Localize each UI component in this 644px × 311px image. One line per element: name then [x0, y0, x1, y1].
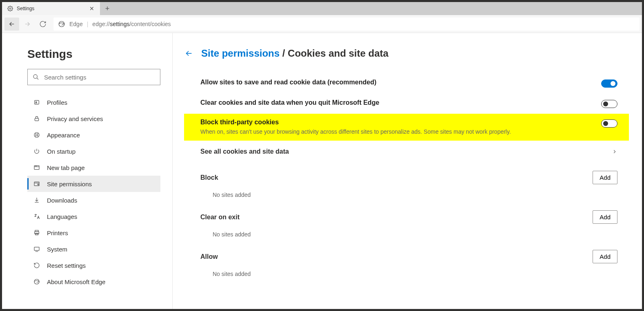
sidebar: Settings ProfilesPrivacy and servicesApp… — [2, 33, 173, 309]
page-header: Site permissions / Cookies and site data — [184, 48, 617, 59]
svg-point-7 — [36, 134, 36, 135]
sidebar-item-new-tab-page[interactable]: New tab page — [27, 159, 160, 176]
empty-text: No sites added — [200, 188, 617, 202]
site-identity: Edge — [69, 21, 83, 27]
search-icon — [33, 74, 39, 80]
sidebar-item-profiles[interactable]: Profiles — [27, 94, 160, 110]
sidebar-item-label: Appearance — [47, 132, 80, 139]
sidebar-item-label: Profiles — [47, 99, 67, 106]
breadcrumb-link[interactable]: Site permissions — [201, 48, 280, 59]
tab-title: Settings — [17, 6, 85, 11]
empty-text: No sites added — [200, 228, 617, 242]
sidebar-item-system[interactable]: System — [27, 241, 160, 257]
section-block: Block Add No sites added — [200, 163, 617, 202]
main-content: Site permissions / Cookies and site data… — [173, 33, 642, 309]
address-bar[interactable]: Edge | edge://settings/content/cookies — [53, 18, 640, 31]
search-input[interactable] — [44, 74, 155, 81]
svg-point-10 — [37, 135, 38, 136]
toggle-block-third-party[interactable] — [601, 119, 617, 128]
svg-point-2 — [33, 75, 37, 78]
sidebar-item-appearance[interactable]: Appearance — [27, 127, 160, 143]
sidebar-item-label: Printers — [47, 229, 68, 236]
section-title: Allow — [200, 253, 218, 260]
refresh-button[interactable] — [36, 18, 50, 31]
svg-point-0 — [9, 8, 11, 9]
sidebar-item-label: Privacy and services — [47, 115, 103, 122]
sidebar-item-printers[interactable]: Printers — [27, 225, 160, 241]
toggle-clear-on-quit[interactable] — [601, 100, 617, 108]
svg-rect-17 — [34, 247, 39, 250]
sidebar-item-downloads[interactable]: Downloads — [27, 192, 160, 208]
toggle-allow-save[interactable] — [601, 79, 617, 88]
setting-title: Allow sites to save and read cookie data… — [200, 79, 593, 86]
appearance-icon — [33, 131, 40, 139]
svg-point-13 — [38, 184, 39, 185]
sidebar-item-privacy-and-services[interactable]: Privacy and services — [27, 110, 160, 127]
new-tab-button[interactable]: + — [100, 2, 115, 15]
setting-title: Block third-party cookies — [200, 119, 593, 126]
add-clear-exit-button[interactable]: Add — [593, 210, 617, 224]
section-title: Clear on exit — [200, 214, 240, 221]
page-title: Settings — [27, 48, 161, 61]
breadcrumb-current: Cookies and site data — [288, 48, 389, 59]
link-see-all-cookies[interactable]: See all cookies and site data — [200, 141, 617, 163]
svg-point-6 — [34, 132, 39, 137]
sidebar-item-site-permissions[interactable]: Site permissions — [27, 176, 160, 192]
back-arrow-icon[interactable] — [184, 49, 194, 58]
system-icon — [33, 245, 40, 253]
nav-forward-button — [20, 18, 35, 31]
sidebar-item-label: Languages — [47, 213, 77, 220]
power-icon — [33, 148, 40, 155]
sidebar-item-reset-settings[interactable]: Reset settings — [27, 257, 160, 274]
add-allow-button[interactable]: Add — [593, 250, 617, 263]
empty-text: No sites added — [200, 267, 617, 281]
setting-clear-on-quit: Clear cookies and site data when you qui… — [200, 93, 617, 114]
edge-icon — [33, 278, 40, 285]
section-title: Block — [200, 174, 218, 181]
language-icon — [33, 213, 40, 220]
gear-icon — [7, 5, 13, 12]
setting-title: Clear cookies and site data when you qui… — [200, 99, 593, 106]
highlighted-setting: Block third-party cookies When on, sites… — [184, 114, 629, 141]
svg-point-4 — [36, 101, 37, 103]
svg-rect-5 — [35, 118, 38, 121]
reset-icon — [33, 262, 40, 269]
sidebar-item-about-microsoft-edge[interactable]: About Microsoft Edge — [27, 274, 160, 290]
setting-block-third-party: Block third-party cookies When on, sites… — [200, 119, 617, 135]
svg-point-8 — [37, 134, 38, 135]
sidebar-item-label: Downloads — [47, 197, 77, 204]
sidebar-item-label: Reset settings — [47, 262, 86, 269]
section-clear-on-exit: Clear on exit Add No sites added — [200, 202, 617, 242]
edge-icon — [58, 20, 65, 28]
setting-description: When on, sites can't use your browsing a… — [200, 128, 593, 135]
profile-icon — [33, 99, 40, 106]
nav-back-button[interactable] — [4, 18, 19, 31]
newtab-icon — [33, 164, 40, 171]
sidebar-item-label: On startup — [47, 148, 76, 155]
sidebar-item-on-startup[interactable]: On startup — [27, 143, 160, 159]
printer-icon — [33, 229, 40, 236]
sidebar-item-label: Site permissions — [47, 181, 92, 187]
sidebar-item-label: System — [47, 246, 67, 253]
separator: | — [87, 21, 89, 27]
search-box[interactable] — [27, 69, 160, 85]
lock-icon — [33, 115, 40, 122]
breadcrumb-sep: / — [280, 48, 288, 59]
sidebar-item-label: About Microsoft Edge — [47, 278, 105, 285]
sidebar-item-languages[interactable]: Languages — [27, 208, 160, 225]
setting-allow-save: Allow sites to save and read cookie data… — [200, 73, 617, 93]
sidebar-item-label: New tab page — [47, 164, 85, 171]
chevron-right-icon — [612, 149, 617, 154]
browser-tab[interactable]: Settings ✕ — [2, 2, 100, 15]
svg-point-9 — [36, 135, 36, 136]
section-allow: Allow Add No sites added — [200, 242, 617, 281]
permissions-icon — [33, 180, 40, 187]
link-title: See all cookies and site data — [200, 148, 289, 155]
download-icon — [33, 196, 40, 204]
add-block-button[interactable]: Add — [593, 171, 617, 184]
close-icon[interactable]: ✕ — [89, 5, 95, 12]
tab-bar: Settings ✕ + — [2, 2, 642, 15]
svg-rect-16 — [36, 233, 38, 235]
url-text: edge://settings/content/cookies — [92, 21, 171, 27]
toolbar: Edge | edge://settings/content/cookies — [2, 15, 642, 33]
